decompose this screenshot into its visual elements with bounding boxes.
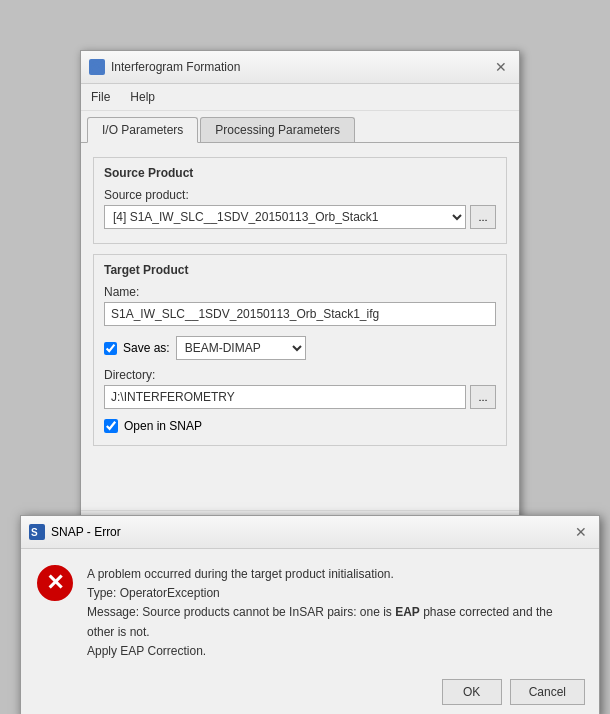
source-product-select[interactable]: [4] S1A_IW_SLC__1SDV_20150113_Orb_Stack1 — [104, 205, 466, 229]
dialog-title: Interferogram Formation — [111, 60, 240, 74]
source-section-title: Source Product — [104, 166, 496, 180]
error-line1: A problem occurred during the target pro… — [87, 565, 583, 584]
source-product-label: Source product: — [104, 188, 496, 202]
error-dialog-title: SNAP - Error — [51, 525, 121, 539]
error-title-bar: S SNAP - Error ✕ — [21, 516, 599, 549]
app-icon — [89, 59, 105, 75]
target-section-title: Target Product — [104, 263, 496, 277]
error-type-label: Type: — [87, 586, 120, 600]
cancel-button[interactable]: Cancel — [510, 679, 585, 705]
title-bar-left: Interferogram Formation — [89, 59, 240, 75]
ok-button[interactable]: OK — [442, 679, 502, 705]
error-line2: Type: OperatorException — [87, 584, 583, 603]
menu-help[interactable]: Help — [120, 87, 165, 107]
target-product-section: Target Product Name: Save as: BEAM-DIMAP… — [93, 254, 507, 446]
source-product-select-wrapper: [4] S1A_IW_SLC__1SDV_20150113_Orb_Stack1 — [104, 205, 466, 229]
directory-row: ... — [104, 385, 496, 409]
directory-browse-button[interactable]: ... — [470, 385, 496, 409]
error-close-title-button[interactable]: ✕ — [571, 522, 591, 542]
snap-logo-icon: S — [29, 524, 45, 540]
tabs-bar: I/O Parameters Processing Parameters — [81, 111, 519, 143]
svg-text:S: S — [31, 527, 38, 538]
open-in-snap-row: Open in SNAP — [104, 419, 496, 433]
error-eap-bold: EAP — [395, 605, 420, 619]
target-name-row — [104, 302, 496, 326]
tab-io-parameters[interactable]: I/O Parameters — [87, 117, 198, 143]
save-as-label: Save as: — [123, 341, 170, 355]
error-icon: ✕ — [37, 565, 73, 601]
error-type-value: OperatorException — [120, 586, 220, 600]
error-message-part1: Source products cannot be InSAR pairs: o… — [142, 605, 395, 619]
source-product-section: Source Product Source product: [4] S1A_I… — [93, 157, 507, 244]
error-line3: Message: Source products cannot be InSAR… — [87, 603, 583, 641]
error-message-label: Message: — [87, 605, 142, 619]
error-body: ✕ A problem occurred during the target p… — [21, 549, 599, 673]
save-as-format-wrapper: BEAM-DIMAP — [176, 336, 306, 360]
error-title-left: S SNAP - Error — [29, 524, 121, 540]
target-name-input[interactable] — [104, 302, 496, 326]
open-in-snap-label: Open in SNAP — [124, 419, 202, 433]
close-title-button[interactable]: ✕ — [491, 57, 511, 77]
menu-bar: File Help — [81, 84, 519, 111]
target-name-label: Name: — [104, 285, 496, 299]
error-footer: OK Cancel — [21, 673, 599, 714]
save-as-format-select[interactable]: BEAM-DIMAP — [176, 336, 306, 360]
source-product-row: [4] S1A_IW_SLC__1SDV_20150113_Orb_Stack1… — [104, 205, 496, 229]
main-dialog: Interferogram Formation ✕ File Help I/O … — [80, 50, 520, 560]
save-as-row: Save as: BEAM-DIMAP — [104, 336, 496, 360]
tab-processing-parameters[interactable]: Processing Parameters — [200, 117, 355, 142]
title-bar: Interferogram Formation ✕ — [81, 51, 519, 84]
tab-content: Source Product Source product: [4] S1A_I… — [81, 143, 519, 470]
directory-input[interactable] — [104, 385, 466, 409]
error-message: A problem occurred during the target pro… — [87, 565, 583, 661]
error-dialog: S SNAP - Error ✕ ✕ A problem occurred du… — [20, 515, 600, 714]
menu-file[interactable]: File — [81, 87, 120, 107]
error-line4: Apply EAP Correction. — [87, 642, 583, 661]
save-as-checkbox[interactable] — [104, 342, 117, 355]
open-in-snap-checkbox[interactable] — [104, 419, 118, 433]
directory-label: Directory: — [104, 368, 496, 382]
source-browse-button[interactable]: ... — [470, 205, 496, 229]
svg-point-1 — [96, 66, 99, 69]
